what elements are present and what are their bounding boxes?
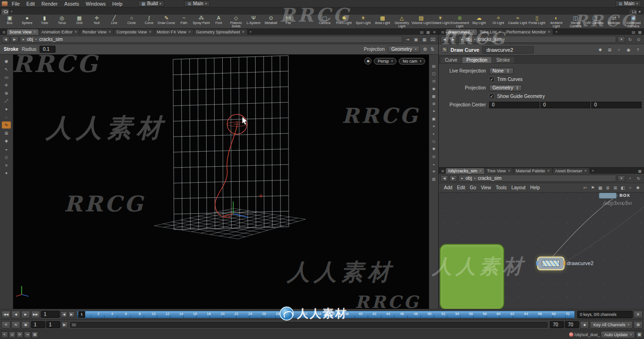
- auto-update-dropdown[interactable]: Auto Update ▾: [601, 331, 635, 339]
- path-node[interactable]: cracks_sim: [478, 37, 501, 42]
- tool-tube[interactable]: ▮ Tube: [36, 15, 53, 28]
- tool-spray-paint[interactable]: ⁂ Spray Paint: [193, 15, 210, 28]
- handles-visibility-icon[interactable]: ✛: [430, 169, 437, 175]
- pin-icon[interactable]: ⊙: [635, 36, 642, 43]
- pane-tab[interactable]: Performance Monitor ✕: [504, 29, 553, 35]
- tool-distant-light[interactable]: ☀ Distant Light: [431, 15, 450, 28]
- view-type-dropdown[interactable]: Persp ▾: [374, 58, 396, 65]
- tool-environment-light[interactable]: ⊚ Environment Light: [450, 15, 469, 28]
- add-pane-tab-button[interactable]: +: [248, 29, 254, 35]
- pane-tab[interactable]: Material Palette ✕: [514, 168, 552, 174]
- close-tab-icon[interactable]: ✕: [508, 169, 511, 173]
- right-desktop-selector[interactable]: ⊞ Main ▾: [615, 0, 641, 7]
- layout-grid-icon[interactable]: ▦: [421, 36, 428, 43]
- shade-mode-icon[interactable]: ◐: [430, 131, 437, 137]
- shelf-tab[interactable]: Create: [1, 9, 8, 15]
- shelf-tab-menu-button[interactable]: ▾: [636, 9, 643, 15]
- close-tab-icon[interactable]: ✕: [188, 30, 191, 34]
- pane-tab[interactable]: Motion FX View ✕: [154, 29, 193, 35]
- split-pane-icon[interactable]: ▤: [630, 30, 637, 35]
- rotate-tool-icon[interactable]: ⊕: [2, 89, 11, 97]
- projection-dropdown[interactable]: Geometry ▾: [388, 46, 419, 53]
- view-tool-icon[interactable]: ◉: [2, 57, 11, 65]
- range-start2-field[interactable]: 1: [46, 321, 60, 328]
- range-start-field[interactable]: 1: [31, 321, 45, 328]
- draw-curve-tool-icon[interactable]: ✎: [2, 121, 11, 129]
- projection-center-field[interactable]: 0: [591, 102, 642, 108]
- tool-torus[interactable]: ◎ Torus: [53, 15, 71, 28]
- parameter-tab[interactable]: Curve: [441, 57, 462, 63]
- menu-item[interactable]: Help: [109, 1, 126, 7]
- list-icon[interactable]: ▤: [32, 331, 38, 338]
- network-menu-item[interactable]: Tools: [493, 185, 509, 190]
- gear-icon[interactable]: ✱: [597, 48, 604, 52]
- tool-camera[interactable]: ▢ Camera: [315, 15, 334, 28]
- go-to-start-button[interactable]: ◀◀: [1, 311, 10, 318]
- tool-box[interactable]: ▣ Box: [1, 15, 18, 28]
- close-tab-icon[interactable]: ✕: [472, 30, 475, 34]
- close-tab-icon[interactable]: ✕: [108, 30, 111, 34]
- move-tool-icon[interactable]: ✛: [2, 81, 11, 89]
- path-root[interactable]: obj: [466, 176, 472, 181]
- tool-draw-curve[interactable]: ✎ Draw Curve: [158, 15, 175, 28]
- forward-button[interactable]: ▶: [450, 36, 457, 43]
- range-end2-field[interactable]: 70: [565, 321, 579, 328]
- forward-button[interactable]: ▶: [11, 36, 18, 43]
- tool-grid[interactable]: ▦ Grid: [71, 15, 88, 28]
- tool-portal-light[interactable]: ▯ Portal Light: [527, 15, 547, 28]
- overview-icon[interactable]: ✱: [635, 186, 641, 190]
- pane-tab[interactable]: drawcurve2 ✕: [446, 29, 477, 35]
- pane-tab[interactable]: /obj/cracks_sim ✕: [446, 168, 484, 174]
- add-pane-tab-button[interactable]: +: [590, 168, 596, 174]
- pose-tool-icon[interactable]: ●: [2, 105, 11, 113]
- tool-gi-light[interactable]: ✧ GI Light: [489, 15, 508, 28]
- network-menu-item[interactable]: Add: [442, 185, 455, 190]
- play-button[interactable]: ▶: [21, 311, 30, 318]
- tool-line[interactable]: ╱ Line: [105, 15, 123, 28]
- audio-icon[interactable]: ⊙: [9, 331, 16, 338]
- desktop-selector[interactable]: ▦ Build ▾: [138, 0, 164, 7]
- back-button[interactable]: ◀: [441, 36, 448, 43]
- parameter-tab[interactable]: Stroke: [492, 57, 514, 63]
- pane-menu-icon[interactable]: ⊞: [1, 30, 7, 35]
- maximize-pane-icon[interactable]: ▦: [636, 30, 643, 35]
- path-field[interactable]: ▸ obj ▪ cracks_sim: [459, 175, 616, 182]
- close-tab-icon[interactable]: ✕: [33, 30, 36, 34]
- sort-icon[interactable]: ⇅: [431, 47, 435, 52]
- range-end-field[interactable]: 70: [550, 321, 564, 328]
- tool-switcher[interactable]: ⇄ Switcher: [604, 15, 624, 28]
- pane-menu-icon[interactable]: ⊞: [440, 169, 446, 174]
- camera-dropdown[interactable]: No cam ▾: [399, 58, 425, 65]
- select-geometry-tool-icon[interactable]: ▭: [2, 73, 11, 81]
- close-pane-icon[interactable]: ✕: [431, 30, 437, 35]
- trim-curves-checkbox[interactable]: ✓: [489, 77, 494, 82]
- pane-close-icon[interactable]: ⌧: [429, 36, 436, 43]
- path-node[interactable]: cracks_sim: [478, 176, 501, 181]
- tool-gamepad-camera[interactable]: ▣ Gamepad Camera: [624, 15, 643, 28]
- timeline-ruler[interactable]: 1 12468101214161820222426283032343638404…: [77, 311, 575, 318]
- visibility-icon[interactable]: ◎: [430, 153, 437, 160]
- drawcurve2-node[interactable]: [538, 258, 564, 269]
- maximize-pane-icon[interactable]: ▦: [636, 169, 643, 174]
- show-guide-geometry-checkbox[interactable]: ✓: [489, 94, 494, 99]
- tool-options-icon[interactable]: ≡: [2, 161, 11, 169]
- loop-playback-icon[interactable]: ⟳: [16, 331, 23, 338]
- projection-dropdown[interactable]: Geometry ▲▼: [489, 85, 522, 91]
- camera-icon[interactable]: ▢: [430, 71, 437, 77]
- snapshot-icon[interactable]: ✦: [430, 108, 437, 114]
- menu-item[interactable]: Edit: [23, 1, 38, 7]
- close-tab-icon[interactable]: ✕: [547, 169, 550, 173]
- add-point-tool-icon[interactable]: ✚: [2, 137, 11, 145]
- live-reprojection-dropdown[interactable]: None ▲▼: [489, 68, 514, 74]
- node-display-flag[interactable]: [564, 261, 565, 266]
- refresh-icon[interactable]: ↻: [627, 36, 634, 43]
- wireframe-icon[interactable]: ◇: [430, 138, 437, 145]
- flag-icon[interactable]: ⚑: [589, 186, 596, 190]
- lasso-tool-icon[interactable]: ◌: [2, 113, 11, 121]
- pane-tab[interactable]: Scene View ✕: [7, 29, 39, 35]
- close-tab-icon[interactable]: ✕: [479, 169, 482, 173]
- viewport-canvas[interactable]: ◉ Persp ▾ No cam ▾: [13, 55, 429, 309]
- light-toggle-icon[interactable]: ☀: [430, 123, 437, 129]
- network-menu-item[interactable]: Go: [467, 185, 478, 190]
- channel-list-button[interactable]: ≣: [634, 311, 643, 318]
